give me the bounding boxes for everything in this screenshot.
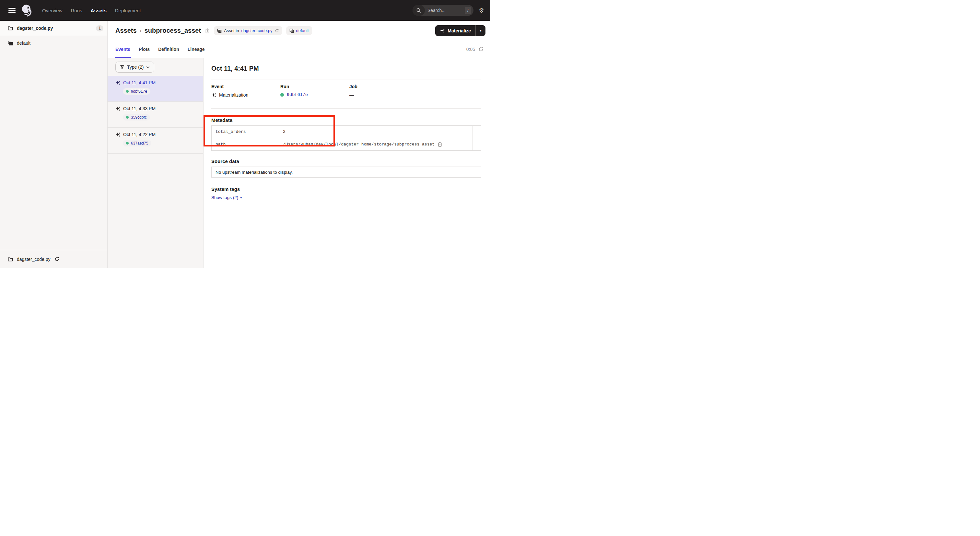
tab-events[interactable]: Events [115,40,130,58]
type-filter-button[interactable]: Type (2) [115,62,154,73]
page-header: Assets › subprocess_asset Asset in dagst… [108,21,490,40]
metadata-table: total_orders 2 path /Users/yuhan/dev/loc… [211,126,481,151]
source-data-empty-text: No upstream materializations to display. [215,170,293,175]
metadata-key: path [212,138,279,150]
asset-sidebar: dagster_code.py 1 default dagster_code.p… [0,21,108,268]
nav-item-deployment[interactable]: Deployment [115,8,141,13]
breadcrumb-assets-link[interactable]: Assets [115,27,137,34]
run-column-label: Run [280,84,349,89]
primary-nav: Overview Runs Assets Deployment [42,8,141,13]
tab-lineage[interactable]: Lineage [188,40,205,58]
materialize-button[interactable]: Materialize [435,25,476,36]
run-id-badge[interactable]: 9dbf617e [123,88,150,95]
tag-prefix: Asset in [224,28,239,33]
tag-group-link[interactable]: default [296,28,309,33]
event-column-label: Event [211,84,280,89]
show-tags-toggle[interactable]: Show tags (2) ▾ [211,195,242,200]
run-id-badge[interactable]: 359cdbfc [123,114,150,121]
refresh-countdown: 0:05 [466,47,475,52]
global-search[interactable]: / [412,5,474,16]
materialization-sparkle-icon [115,80,120,85]
metadata-value: /Users/yuhan/dev/local/dagster_home/stor… [279,138,473,150]
sidebar-item-code-location[interactable]: dagster_code.py 1 [0,21,107,36]
code-location-label: dagster_code.py [17,25,53,31]
metadata-value: 2 [279,126,473,138]
event-list-item[interactable]: Oct 11, 4:22 PM 637aed75 [108,128,203,154]
event-timestamp: Oct 11, 4:41 PM [123,80,156,85]
group-label: default [17,40,30,46]
tag-code-location-link[interactable]: dagster_code.py [241,28,272,33]
settings-gear-icon[interactable]: ⚙ [479,8,484,14]
folder-icon [8,25,13,31]
sidebar-footer: dagster_code.py [0,250,107,268]
top-navbar: Overview Runs Assets Deployment / ⚙ [0,0,490,21]
source-data-empty-box: No upstream materializations to display. [211,167,481,178]
type-filter-label: Type (2) [127,65,143,70]
refresh-timer: 0:05 [466,40,484,58]
materialize-label: Materialize [447,28,471,33]
refresh-icon[interactable] [478,47,484,52]
event-timestamp: Oct 11, 4:22 PM [123,132,156,137]
source-data-heading: Source data [211,159,481,164]
dagster-logo-icon[interactable] [21,4,34,17]
metadata-path-link[interactable]: /Users/yuhan/dev/local/dagster_home/stor… [283,142,434,147]
breadcrumb: Assets › subprocess_asset [115,27,201,34]
run-id-link[interactable]: 9dbf617e [287,92,308,97]
run-id-text: 637aed75 [131,141,148,145]
run-id-text: 359cdbfc [131,115,147,119]
metadata-empty-cell [473,126,481,138]
asset-count-badge: 1 [96,25,103,32]
metadata-empty-cell [473,138,481,150]
reload-definition-icon[interactable] [275,29,279,33]
event-summary-columns: Event Materialization Run 9dbf617e [211,84,481,97]
run-id-text: 9dbf617e [131,89,147,94]
copy-asset-name-icon[interactable] [205,28,210,33]
materialize-split-button: Materialize ▾ [435,25,485,36]
asset-group-icon [8,40,13,46]
event-timestamp: Oct 11, 4:33 PM [123,106,156,111]
app-window: Overview Runs Assets Deployment / ⚙ dags… [0,0,490,268]
run-status-dot [126,116,129,119]
run-status-dot [126,90,129,93]
tab-plots[interactable]: Plots [139,40,150,58]
group-tag-icon [290,29,294,33]
hamburger-menu-icon[interactable] [8,8,16,13]
metadata-heading: Metadata [211,117,481,123]
nav-item-runs[interactable]: Runs [71,8,82,13]
chevron-down-icon [146,65,150,69]
system-tags-heading: System tags [211,186,481,192]
materialization-sparkle-icon [115,106,120,111]
caret-down-icon: ▾ [240,196,242,199]
reload-code-location-icon[interactable] [54,257,59,261]
materialization-sparkle-icon [115,132,120,137]
run-status-dot [126,142,129,145]
page-title: subprocess_asset [145,27,201,34]
footer-code-location-label: dagster_code.py [17,257,51,262]
event-type-value: Materialization [219,92,248,97]
job-value: — [349,92,354,97]
asset-definition-tag: Asset in dagster_code.py [214,26,282,35]
materialize-dropdown-caret[interactable]: ▾ [476,25,485,36]
search-input[interactable] [425,8,465,13]
tab-definition[interactable]: Definition [158,40,179,58]
event-list-item[interactable]: Oct 11, 4:41 PM 9dbf617e [108,76,203,102]
run-id-badge[interactable]: 637aed75 [123,140,151,146]
metadata-key: total_orders [212,126,279,138]
sidebar-item-group-default[interactable]: default [0,36,107,50]
filter-funnel-icon [120,65,124,69]
divider [211,79,481,80]
nav-item-assets[interactable]: Assets [91,8,107,13]
copy-path-icon[interactable] [438,142,442,147]
event-list-item[interactable]: Oct 11, 4:33 PM 359cdbfc [108,102,203,128]
code-location-tag-icon [217,29,222,33]
events-list-panel: Type (2) Oct 11, 4:41 PM 9dbf617e [108,58,204,268]
breadcrumb-separator: › [140,27,142,34]
event-detail-panel: Oct 11, 4:41 PM Event Materialization Ru… [204,58,490,268]
search-shortcut-key: / [465,7,471,14]
materialization-sparkle-icon [211,93,216,97]
job-column-label: Job [349,84,418,89]
materialize-sparkle-icon [440,28,445,33]
group-tag: default [286,26,312,35]
search-icon [412,5,425,16]
nav-item-overview[interactable]: Overview [42,8,62,13]
